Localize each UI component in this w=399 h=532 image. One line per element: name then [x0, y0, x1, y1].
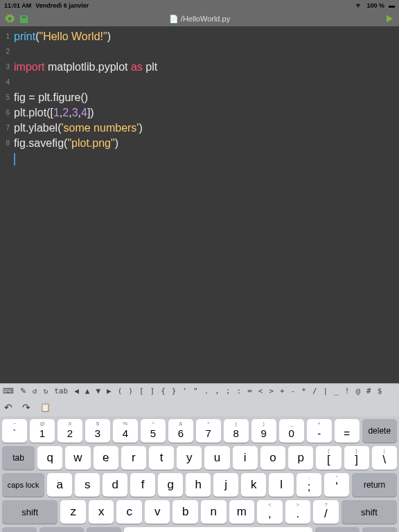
key-slash[interactable]: ?/ [313, 500, 339, 524]
key-numeric-left[interactable]: .?123 [39, 527, 84, 532]
key-o[interactable]: o [260, 446, 285, 470]
key-7[interactable]: *7 [196, 419, 221, 443]
acc-rbrace[interactable]: } [172, 387, 177, 396]
key-4[interactable]: %4 [113, 419, 138, 443]
key-backslash[interactable]: |\ [372, 446, 397, 470]
code-content[interactable]: print("Hello World!") import matplotlib.… [12, 26, 399, 383]
key-h[interactable]: h [186, 473, 211, 497]
acc-dot[interactable]: . [204, 387, 209, 396]
key-f[interactable]: f [130, 473, 155, 497]
acc-left[interactable]: ◀ [74, 387, 79, 396]
acc-at[interactable]: @ [355, 387, 360, 396]
key-rbracket[interactable]: }] [344, 446, 369, 470]
acc-pipe[interactable]: | [323, 387, 328, 396]
acc-semi[interactable]: ; [226, 387, 231, 396]
key-g[interactable]: g [158, 473, 183, 497]
acc-slash[interactable]: / [312, 387, 317, 396]
key-minus[interactable]: +- [307, 419, 332, 443]
key-r[interactable]: r [121, 446, 146, 470]
acc-bang[interactable]: ! [345, 387, 350, 396]
acc-squote[interactable]: ' [182, 387, 187, 396]
key-comma[interactable]: <, [257, 500, 283, 524]
key-shift-left[interactable]: shift [2, 500, 57, 524]
key-6[interactable]: &6 [168, 419, 193, 443]
keyboard-icon[interactable]: ⌨ [3, 387, 14, 396]
key-p[interactable]: p [288, 446, 313, 470]
key-8[interactable]: (8 [224, 419, 249, 443]
key-y[interactable]: y [177, 446, 202, 470]
key-mic[interactable]: 🎙 [87, 527, 121, 532]
acc-dquote[interactable]: " [193, 387, 198, 396]
acc-rbracket[interactable]: ] [150, 387, 155, 396]
key-shift-right[interactable]: shift [342, 500, 397, 524]
key-i[interactable]: i [233, 446, 258, 470]
edit-icon[interactable]: ✎ [20, 387, 26, 396]
key-w[interactable]: w [65, 446, 90, 470]
key-n[interactable]: n [201, 500, 227, 524]
key-2[interactable]: #2 [57, 419, 82, 443]
key-a[interactable]: a [47, 473, 72, 497]
key-delete[interactable]: delete [362, 419, 397, 443]
acc-lt[interactable]: < [258, 387, 263, 396]
key-0[interactable]: _0 [279, 419, 304, 443]
key-quote[interactable]: "' [324, 473, 349, 497]
key-semicolon[interactable]: :; [296, 473, 321, 497]
acc-colon[interactable]: : [237, 387, 242, 396]
key-b[interactable]: b [172, 500, 198, 524]
key-j[interactable]: j [213, 473, 238, 497]
acc-eq[interactable]: = [247, 387, 252, 396]
key-x[interactable]: x [89, 500, 114, 524]
undo-icon[interactable]: ↶ [4, 402, 12, 413]
key-l[interactable]: l [269, 473, 294, 497]
acc-tab[interactable]: tab [54, 387, 68, 396]
acc-redo[interactable]: ↻ [44, 387, 48, 396]
acc-undo[interactable]: ↺ [33, 387, 37, 396]
acc-rparen[interactable]: ) [128, 387, 133, 396]
acc-star[interactable]: * [301, 387, 306, 396]
key-return[interactable]: return [352, 473, 397, 497]
acc-dollar[interactable]: $ [378, 387, 382, 396]
key-dismiss-keyboard[interactable]: ⌨ [362, 527, 397, 532]
acc-up[interactable]: ▲ [85, 387, 90, 396]
key-s[interactable]: s [75, 473, 100, 497]
key-9[interactable]: )9 [251, 419, 276, 443]
key-u[interactable]: u [204, 446, 229, 470]
acc-under[interactable]: _ [334, 387, 339, 396]
key-5[interactable]: ^5 [141, 419, 166, 443]
key-tab[interactable]: tab [2, 446, 35, 470]
key-d[interactable]: d [103, 473, 127, 497]
acc-down[interactable]: ▼ [96, 387, 100, 396]
save-icon[interactable] [18, 13, 29, 24]
key-space[interactable] [124, 527, 313, 532]
redo-icon[interactable]: ↷ [22, 402, 30, 413]
key-q[interactable]: q [37, 446, 62, 470]
key-3[interactable]: $3 [85, 419, 110, 443]
clipboard-icon[interactable]: 📋 [40, 402, 51, 412]
code-editor[interactable]: 1234 5678 print("Hello World!") import m… [0, 26, 399, 383]
key-lbracket[interactable]: {[ [316, 446, 341, 470]
acc-comma[interactable]: , [215, 387, 220, 396]
acc-right[interactable]: ▶ [107, 387, 112, 396]
key-backtick[interactable]: ~` [2, 419, 27, 443]
key-v[interactable]: v [145, 500, 170, 524]
key-capslock[interactable]: caps lock [2, 473, 44, 497]
key-period[interactable]: >. [285, 500, 311, 524]
key-e[interactable]: e [94, 446, 118, 470]
key-globe[interactable]: 🌐 [2, 527, 37, 532]
key-k[interactable]: k [241, 473, 266, 497]
acc-hash[interactable]: # [366, 387, 371, 396]
key-m[interactable]: m [229, 500, 255, 524]
acc-lparen[interactable]: ( [118, 387, 123, 396]
acc-lbrace[interactable]: { [161, 387, 166, 396]
acc-lbracket[interactable]: [ [139, 387, 144, 396]
acc-plus[interactable]: + [280, 387, 285, 396]
gear-icon[interactable] [4, 13, 15, 24]
key-equals[interactable]: = [335, 419, 360, 443]
key-z[interactable]: z [60, 500, 86, 524]
run-icon[interactable] [384, 13, 395, 24]
key-c[interactable]: c [116, 500, 142, 524]
key-numeric-right[interactable]: .?123 [315, 527, 360, 532]
key-t[interactable]: t [149, 446, 174, 470]
key-1[interactable]: @1 [30, 419, 55, 443]
acc-minus[interactable]: - [291, 387, 296, 396]
